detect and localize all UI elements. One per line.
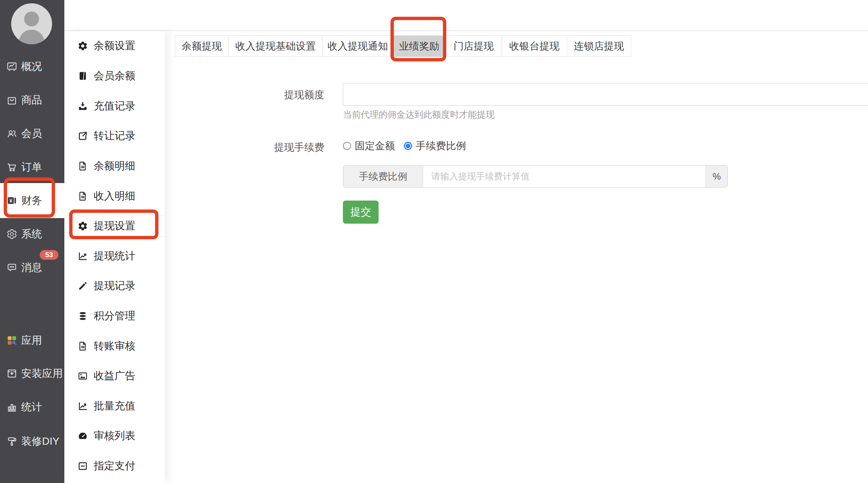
fee-type-radio-group: 固定金额 手续费比例: [343, 141, 466, 151]
tab-balance-withdraw[interactable]: 余额提现: [175, 36, 228, 57]
sidebar-item-label: 消息: [21, 260, 42, 275]
submenu-item-label: 批量充值: [94, 399, 135, 413]
avatar[interactable]: [11, 3, 52, 44]
image-icon: [77, 371, 88, 381]
sidebar-item-stats[interactable]: 统计: [0, 396, 64, 418]
fee-ratio-radio[interactable]: [404, 142, 412, 150]
sidebar-item-overview[interactable]: 概况: [0, 56, 64, 77]
withdraw-amount-help: 当前代理的佣金达到此额度时才能提现: [343, 109, 495, 121]
sidebar-item-orders[interactable]: 订单: [0, 156, 64, 178]
submenu-item-withdraw-settings[interactable]: 提现设置: [64, 215, 165, 237]
submenu-item-withdraw-stats[interactable]: 提现统计: [64, 245, 165, 267]
submenu-item-label: 转账审核: [94, 339, 135, 353]
sidebar-item-install-apps[interactable]: 安装应用: [0, 363, 64, 384]
submenu-item-label: 会员余额: [94, 69, 135, 83]
submenu-item-label: 积分管理: [94, 309, 135, 323]
withdraw-amount-label: 提现额度: [165, 88, 324, 102]
sidebar-item-goods[interactable]: 商品: [0, 89, 64, 111]
tab-income-withdraw-basic[interactable]: 收入提现基础设置: [228, 36, 322, 57]
submenu-item-label: 转让记录: [94, 129, 135, 143]
submenu-item-label: 提现统计: [94, 249, 135, 263]
apps-icon: [6, 335, 17, 346]
sidebar-item-label: 会员: [21, 127, 42, 141]
sidebar-item-system[interactable]: 系统: [0, 223, 64, 245]
document-icon: [77, 161, 88, 172]
fee-ratio-input[interactable]: [423, 166, 705, 187]
sidebar-item-label: 统计: [21, 400, 42, 414]
fixed-amount-radio-label[interactable]: 固定金额: [355, 139, 395, 153]
submenu-item-withdraw-records[interactable]: 提现记录: [64, 275, 165, 297]
tab-income-withdraw-notice[interactable]: 收入提现通知: [322, 36, 393, 57]
chat-icon: [6, 262, 17, 273]
submenu-item-income-detail[interactable]: 收入明细: [64, 185, 165, 207]
withdraw-settings-tabs: 余额提现 收入提现基础设置 收入提现通知 业绩奖励 门店提现 收银台提现 连锁店…: [175, 35, 631, 57]
members-icon: [6, 128, 17, 139]
submenu-item-label: 充值记录: [94, 99, 135, 113]
gear-icon: [77, 41, 88, 51]
tab-chain-store-withdraw[interactable]: 连锁店提现: [567, 36, 631, 57]
sidebar-item-label: 安装应用: [21, 367, 63, 381]
inbox-download-icon: [77, 101, 88, 112]
sidebar-item-label: 商品: [21, 93, 42, 107]
submenu-item-member-balance[interactable]: 会员余额: [64, 65, 165, 87]
submit-button[interactable]: 提交: [343, 201, 379, 224]
finance-icon: ¥: [6, 195, 17, 206]
fee-ratio-prefix-label: 手续费比例: [343, 166, 423, 187]
book-icon: [77, 71, 88, 81]
fee-ratio-radio-label[interactable]: 手续费比例: [416, 139, 466, 153]
withdraw-amount-input[interactable]: [343, 83, 868, 106]
submenu-item-transfer-audit[interactable]: 转账审核: [64, 335, 165, 357]
line-chart-icon: [77, 401, 88, 412]
submenu-item-recharge-records[interactable]: 充值记录: [64, 95, 165, 117]
content-top-divider: [64, 30, 868, 31]
percent-suffix: %: [705, 166, 727, 187]
paint-roller-icon: [6, 436, 17, 447]
submenu-item-label: 收益广告: [94, 369, 135, 383]
gear-icon: [6, 228, 17, 240]
sidebar-item-label: 订单: [21, 160, 42, 174]
submenu-item-transfer-records[interactable]: 转让记录: [64, 125, 165, 147]
withdraw-fee-label: 提现手续费: [165, 141, 324, 154]
submenu-item-audit-list[interactable]: 审核列表: [64, 425, 165, 447]
submenu-item-balance-settings[interactable]: 余额设置: [64, 35, 165, 57]
gauge-icon: [77, 431, 88, 441]
finance-submenu: 余额设置 会员余额 充值记录 转让记录 余额明细 收入明细 提现设置 提现统计 …: [64, 31, 165, 483]
sidebar-item-label: 应用: [21, 333, 42, 348]
sidebar-item-apps[interactable]: 应用: [0, 330, 64, 351]
tab-store-withdraw[interactable]: 门店提现: [445, 36, 502, 57]
sidebar-item-finance[interactable]: ¥ 财务: [0, 190, 64, 211]
bag-icon: [6, 95, 17, 106]
submenu-item-assigned-payment[interactable]: 指定支付: [64, 455, 165, 477]
submenu-item-balance-detail[interactable]: 余额明细: [64, 155, 165, 177]
main-sidebar: 概况 商品 会员 订单 ¥ 财务 系统 消息 53 应用 安装应用 统计 装修D…: [0, 0, 64, 483]
database-icon: [77, 311, 88, 322]
sidebar-item-members[interactable]: 会员: [0, 123, 64, 144]
svg-text:¥: ¥: [9, 198, 12, 204]
tab-performance-reward[interactable]: 业绩奖励: [393, 36, 445, 57]
cart-icon: [6, 161, 17, 173]
pencil-icon: [77, 281, 88, 291]
fixed-amount-radio[interactable]: [343, 142, 351, 150]
submenu-item-points[interactable]: 积分管理: [64, 305, 165, 327]
sidebar-item-label: 系统: [21, 227, 42, 241]
document-icon: [77, 341, 88, 352]
sidebar-item-label: 概况: [21, 60, 42, 74]
submenu-item-label: 收入明细: [94, 189, 135, 203]
tab-cashier-withdraw[interactable]: 收银台提现: [502, 36, 567, 57]
submenu-item-revenue-ads[interactable]: 收益广告: [64, 365, 165, 387]
document-icon: [77, 191, 88, 202]
overview-icon: [6, 61, 17, 72]
sidebar-item-diy[interactable]: 装修DIY: [0, 431, 64, 452]
external-link-icon: [77, 131, 88, 141]
submenu-item-label: 指定支付: [94, 459, 135, 473]
install-box-icon: [6, 368, 17, 379]
submenu-item-label: 审核列表: [94, 429, 135, 443]
bar-chart-icon: [6, 402, 17, 413]
sidebar-item-label: 财务: [21, 193, 42, 208]
submenu-item-batch-recharge[interactable]: 批量充值: [64, 395, 165, 417]
submenu-item-label: 余额设置: [94, 39, 135, 53]
submenu-item-label: 提现记录: [94, 279, 135, 293]
sidebar-item-label: 装修DIY: [21, 434, 60, 448]
minus-square-icon: [77, 461, 88, 471]
sidebar-item-messages[interactable]: 消息: [0, 257, 64, 278]
